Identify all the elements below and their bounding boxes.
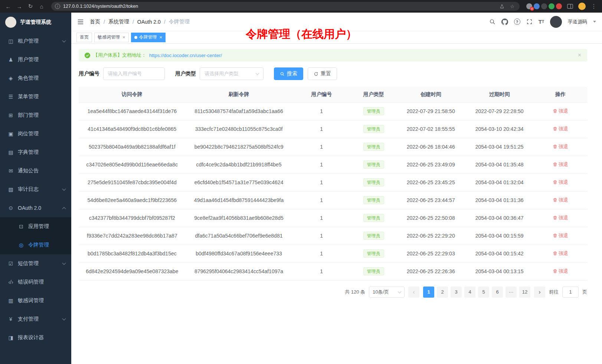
user-type-badge: 管理员 <box>363 143 384 151</box>
forward-icon[interactable]: → <box>15 2 24 11</box>
user-type-select[interactable]: 请选择用户类型 <box>200 67 264 80</box>
extension-red-icon[interactable] <box>556 3 562 9</box>
cell-created-time: 2022-06-25 23:45:25 <box>396 173 465 191</box>
active-dot <box>134 36 137 39</box>
github-icon[interactable] <box>501 19 508 25</box>
extension-green-icon[interactable] <box>549 3 554 9</box>
cell-refresh-token: b0df4980ffd34c67a08f9156e4eee733 <box>186 245 292 262</box>
user-avatar[interactable] <box>550 16 562 28</box>
prev-page-button[interactable]: ‹ <box>408 287 419 298</box>
sidebar-item-role[interactable]: ◈角色管理 <box>0 69 71 87</box>
sidebar-item-dict[interactable]: ▤字典管理 <box>0 143 71 162</box>
column-header: 用户类型 <box>351 87 396 102</box>
sidebar-item-label: 应用管理 <box>28 223 49 230</box>
sidebar-item-sms[interactable]: ☑短信管理 <box>0 254 71 273</box>
page-button-3[interactable]: 3 <box>451 287 462 298</box>
page-button-5[interactable]: 5 <box>478 287 489 298</box>
reload-icon[interactable]: ↻ <box>26 2 35 11</box>
user-id-input[interactable]: 请输入用户编号 <box>103 67 165 80</box>
home-icon[interactable]: ⌂ <box>37 2 46 11</box>
extension-gray-icon[interactable]: 0 <box>526 3 532 9</box>
sidebar-item-sensitive-word[interactable]: ▥敏感词管理 <box>0 291 71 310</box>
close-icon[interactable]: × <box>160 35 163 40</box>
help-icon[interactable]: ? <box>514 19 520 25</box>
close-icon[interactable]: × <box>122 35 125 40</box>
force-logout-button[interactable]: 强退 <box>553 161 568 168</box>
extension-blue-icon[interactable] <box>534 3 540 9</box>
menu-fold-icon[interactable] <box>77 19 84 25</box>
browser-menu-icon[interactable]: ⋮ <box>589 2 598 11</box>
share-icon[interactable] <box>498 3 506 10</box>
sidebar-item-user[interactable]: ♟用户管理 <box>0 50 71 69</box>
cell-access-token: 54d6be82ee5a460a9aedc1f9bf223656 <box>79 191 186 209</box>
extension-badge: 0 <box>530 7 534 11</box>
profile-avatar[interactable] <box>578 3 586 10</box>
tab-home[interactable]: 首页 <box>76 33 92 42</box>
sidebar-item-menu[interactable]: ☰菜单管理 <box>0 87 71 106</box>
reset-button[interactable]: 重置 <box>308 67 337 80</box>
sidebar-item-post[interactable]: ▣岗位管理 <box>0 125 71 143</box>
page-button-12[interactable]: 12 <box>519 287 530 298</box>
font-size-icon[interactable]: TT <box>539 19 544 25</box>
force-logout-button[interactable]: 强退 <box>553 179 568 186</box>
sidebar-item-pay[interactable]: ¥支付管理 <box>0 310 71 328</box>
caret-down-icon[interactable] <box>593 21 596 23</box>
page-button-4[interactable]: 4 <box>464 287 475 298</box>
sidebar-item-oauth-token[interactable]: ◎令牌管理 <box>0 236 71 254</box>
tab-token[interactable]: 令牌管理× <box>131 33 166 42</box>
bookmark-star-icon[interactable]: ☆ <box>508 3 516 10</box>
search-icon[interactable] <box>489 19 495 25</box>
next-page-button[interactable]: › <box>534 287 545 298</box>
cell-refresh-token: be90422b8c7946218275a508bf524fc9 <box>186 138 292 156</box>
user-name[interactable]: 芋道源码 <box>568 19 587 25</box>
info-icon[interactable]: i <box>55 4 60 9</box>
app-logo[interactable]: 芋道管理系统 <box>0 13 71 32</box>
column-header: 操作 <box>534 87 587 102</box>
breadcrumb-item[interactable]: 系统管理 <box>108 19 129 25</box>
cell-user-id: 1 <box>292 245 351 262</box>
force-logout-button[interactable]: 强退 <box>553 232 568 239</box>
breadcrumb-separator: / <box>132 19 134 25</box>
back-icon[interactable]: ← <box>4 2 13 11</box>
column-header: 创建时间 <box>396 87 465 102</box>
sidebar-item-tenant[interactable]: ◫租户管理 <box>0 32 71 50</box>
alert-close-icon[interactable]: × <box>578 52 581 59</box>
force-logout-button[interactable]: 强退 <box>553 126 568 132</box>
table-row: 6d842e2924594de9a09e45e087323abe8796295f… <box>79 262 587 280</box>
page-size-select[interactable]: 10条/页 <box>369 287 405 298</box>
goto-page-input[interactable] <box>562 287 579 298</box>
breadcrumb-item[interactable]: 首页 <box>90 19 100 25</box>
page-button-1[interactable]: 1 <box>423 287 434 298</box>
force-logout-button[interactable]: 强退 <box>553 250 568 257</box>
sidebar-item-report[interactable]: ◨报表设计器 <box>0 328 71 347</box>
page-button-2[interactable]: 2 <box>437 287 448 298</box>
more-pages-button[interactable]: ··· <box>506 287 517 298</box>
sidebar-item-notice[interactable]: ✉通知公告 <box>0 162 71 180</box>
fullscreen-icon[interactable] <box>526 19 533 25</box>
extension-dark-icon[interactable] <box>541 3 547 9</box>
chevron-down-icon <box>398 289 402 293</box>
force-logout-button[interactable]: 强退 <box>553 108 568 115</box>
page-button-6[interactable]: 6 <box>492 287 503 298</box>
logo-avatar <box>5 17 16 28</box>
cell-access-token: 6d842e2924594de9a09e45e087323abe <box>79 262 186 280</box>
url-bar[interactable]: i 127.0.0.1:1024/system/oauth2/token ☆ <box>51 2 520 11</box>
sidebar-item-label: 岗位管理 <box>18 130 39 137</box>
cell-user-id: 1 <box>292 262 351 280</box>
split-view-icon[interactable] <box>566 2 575 11</box>
cell-access-token: c342377bf8b344799dcbf7bf095287f2 <box>79 209 186 227</box>
force-logout-button[interactable]: 强退 <box>553 197 568 203</box>
sidebar-item-error-code[interactable]: ‹/›错误码管理 <box>0 273 71 291</box>
sidebar-item-oauth-app[interactable]: ⊡应用管理 <box>0 217 71 236</box>
sidebar-item-oauth[interactable]: ⊙OAuth 2.0 <box>0 199 71 217</box>
force-logout-button[interactable]: 强退 <box>553 268 568 275</box>
sidebar-item-dept[interactable]: ⊞部门管理 <box>0 106 71 125</box>
breadcrumb-item[interactable]: OAuth 2.0 <box>137 19 161 25</box>
tab-sensitive-word[interactable]: 敏感词管理× <box>94 33 129 42</box>
doc-link[interactable]: https://doc.iocoder.cn/user-center/ <box>149 53 222 58</box>
search-button[interactable]: 搜索 <box>274 67 303 80</box>
force-logout-button[interactable]: 强退 <box>553 143 568 150</box>
column-header: 刷新令牌 <box>186 87 292 102</box>
sidebar-item-audit-log[interactable]: ▧审计日志 <box>0 180 71 199</box>
force-logout-button[interactable]: 强退 <box>553 215 568 221</box>
